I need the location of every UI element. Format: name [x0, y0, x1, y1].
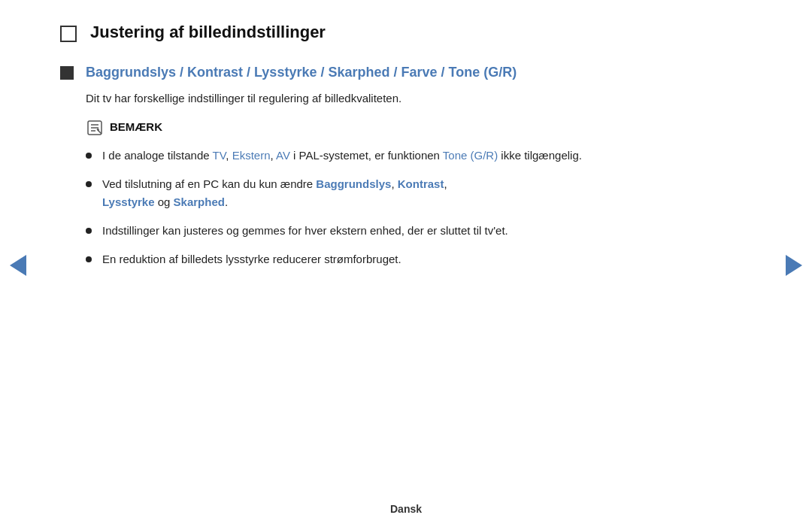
link-av: AV — [276, 149, 290, 162]
page-title-row: Justering af billedindstillinger — [60, 23, 752, 42]
left-arrow-icon — [10, 255, 26, 276]
bullet-dot — [86, 228, 92, 234]
bullet-text-4: En reduktion af billedets lysstyrke redu… — [102, 250, 401, 268]
bullet-list: I de analoge tilstande TV, Ekstern, AV i… — [86, 147, 752, 268]
bullet-text-2: Ved tilslutning af en PC kan du kun ændr… — [102, 175, 447, 211]
section-bullet — [60, 66, 74, 80]
checkbox-icon — [60, 26, 77, 42]
bullet-dot — [86, 153, 92, 159]
right-arrow-icon — [786, 255, 802, 276]
page-title: Justering af billedindstillinger — [90, 23, 326, 42]
list-item: Ved tilslutning af en PC kan du kun ændr… — [86, 175, 752, 211]
link-tv: TV — [213, 149, 226, 162]
link-lysstyrke: Lysstyrke — [102, 195, 155, 208]
bullet-text-1: I de analoge tilstande TV, Ekstern, AV i… — [102, 147, 582, 165]
bullet-text-3: Indstillinger kan justeres og gemmes for… — [102, 222, 508, 240]
bullet-dot — [86, 181, 92, 187]
link-ekstern: Ekstern — [232, 149, 271, 162]
main-section: Baggrundslys / Kontrast / Lysstyrke / Sk… — [60, 63, 752, 279]
bullet-dot — [86, 256, 92, 262]
link-kontrast: Kontrast — [398, 177, 444, 190]
note-icon — [86, 119, 104, 137]
link-baggrundslys: Baggrundslys — [316, 177, 391, 190]
link-tone-gr: Tone (G/R) — [443, 149, 498, 162]
section-description: Dit tv har forskellige indstillinger til… — [86, 89, 752, 108]
list-item: I de analoge tilstande TV, Ekstern, AV i… — [86, 147, 752, 165]
section-content: Baggrundslys / Kontrast / Lysstyrke / Sk… — [86, 63, 752, 279]
list-item: Indstillinger kan justeres og gemmes for… — [86, 222, 752, 240]
nav-right-button[interactable] — [783, 255, 804, 276]
heading-text: Baggrundslys / Kontrast / Lysstyrke / Sk… — [86, 65, 517, 80]
nav-left-button[interactable] — [8, 255, 29, 276]
section-heading: Baggrundslys / Kontrast / Lysstyrke / Sk… — [86, 63, 752, 82]
footer-language: Dansk — [0, 503, 812, 515]
page-container: Justering af billedindstillinger Baggrun… — [0, 0, 812, 530]
note-label: BEMÆRK — [110, 118, 162, 136]
link-skarphed: Skarphed — [174, 195, 225, 208]
note-box: BEMÆRK — [86, 118, 752, 136]
list-item: En reduktion af billedets lysstyrke redu… — [86, 250, 752, 268]
